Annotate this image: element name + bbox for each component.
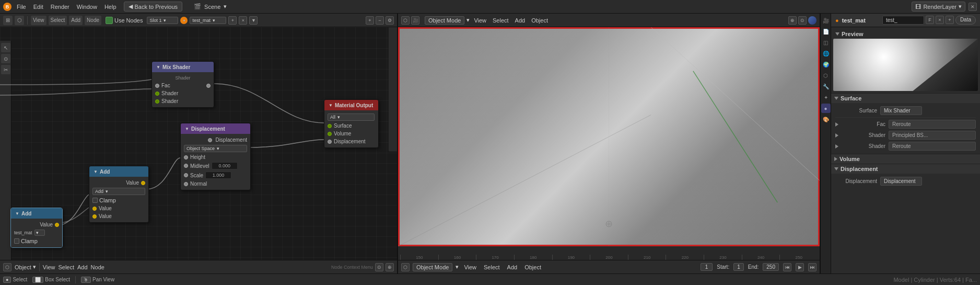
disp-in-socket[interactable] [328,140,332,144]
prop-material-btn[interactable]: ● [821,104,831,113]
cut-tool-btn[interactable]: ✂ [1,65,10,74]
menu-help[interactable]: Help [101,3,120,11]
footer-object-mode[interactable]: Object Mode [413,263,452,271]
node-type-toggle[interactable]: ⊞ [3,16,13,25]
scale-socket[interactable] [184,173,188,177]
add-top-clamp-checkbox[interactable] [92,198,98,203]
use-nodes-toggle[interactable]: Use Nodes [106,17,143,24]
add-menu[interactable]: Add [69,16,83,25]
add-top-val2-socket[interactable] [92,214,97,219]
menu-edit[interactable]: Edit [30,3,46,11]
settings-btn[interactable]: ⚙ [386,16,394,25]
footer-view[interactable]: View [462,264,479,270]
mix-out-socket[interactable] [206,84,211,88]
fac-socket[interactable] [155,84,159,88]
prop-scene-btn[interactable]: 🌐 [821,49,831,58]
shader2-in-socket[interactable] [155,99,159,104]
view-menu[interactable]: View [31,16,46,25]
mat-name-field[interactable] [882,16,924,25]
shader1-expand-icon[interactable] [835,133,838,138]
back-to-previous-button[interactable]: ◀ Back to Previous [124,2,183,12]
fac-reroute-value[interactable]: Reroute [889,120,976,129]
use-nodes-checkbox[interactable] [106,17,113,24]
data-btn[interactable]: Data [955,16,976,25]
preview-header[interactable]: Preview [833,29,978,39]
playback-prev[interactable]: ⏮ [783,263,791,271]
footer-object[interactable]: Object [522,264,543,270]
lasso-tool-btn[interactable]: ⊙ [1,54,10,63]
prop-modifier-btn[interactable]: 🔧 [821,82,831,91]
playback-next[interactable]: ⏭ [808,263,816,271]
prop-world-btn[interactable]: 🌍 [821,60,831,69]
gizmo-btn[interactable]: ⊕ [386,263,394,271]
viewport-overlay-btn[interactable]: ⊙ [798,16,807,25]
shader2-expand-icon[interactable] [835,144,838,149]
add-top-out-socket[interactable] [141,181,145,185]
view-label-bottom[interactable]: View [43,264,55,270]
add-bot-out-socket[interactable] [55,223,59,227]
add-label-bottom[interactable]: Add [77,264,88,270]
menu-window[interactable]: Window [74,3,100,11]
viewport-select-label[interactable]: Select [491,17,511,24]
footer-select[interactable]: Select [482,264,502,270]
node-material-output-header[interactable]: ▼ Material Output [324,100,378,110]
normal-socket[interactable] [184,182,188,186]
disp-out-socket[interactable] [208,138,212,142]
unlink-mat-button[interactable]: × [239,16,247,25]
surface-in-socket[interactable] [328,124,332,128]
shader1-reroute-value[interactable]: Principled BS... [889,131,976,140]
volume-in-socket[interactable] [328,132,332,136]
viewport-shading-btn[interactable] [808,16,816,25]
shader2-reroute-value[interactable]: Reroute [889,142,976,151]
playback-play[interactable]: ▶ [796,263,804,271]
disp-prop-value[interactable]: Displacement [880,177,922,186]
node-mix-shader-header[interactable]: ▼ Mix Shader [152,62,214,72]
remove-btn[interactable]: − [376,16,384,25]
material-name-input[interactable]: test_mat▾ [190,17,226,24]
footer-icon[interactable]: ⬡ [401,263,410,271]
midlevel-value[interactable]: 0.000 [212,162,238,169]
viewport-gizmo-btn[interactable]: ⊕ [788,16,797,25]
viewport-view-label[interactable]: View [472,17,488,24]
scene-selector[interactable]: 🎬 Scene ▾ [190,3,231,10]
node-label-bottom[interactable]: Node [91,264,104,270]
node-displacement-header[interactable]: ▼ Displacement [181,123,250,134]
select-label-bottom[interactable]: Select [58,264,74,270]
prop-particle-btn[interactable]: ✦ [821,93,831,102]
scale-value[interactable]: 1.000 [205,172,231,179]
add-top-op-dropdown[interactable]: Add▾ [92,188,145,195]
mat-fake-user-btn[interactable]: F [926,16,934,24]
node-editor-icon[interactable]: ⬡ [15,16,24,25]
node-add-top-header[interactable]: ▼ Add [89,166,148,177]
prop-texture-btn[interactable]: 🎨 [821,115,831,124]
displacement-section-header[interactable]: Displacement [831,164,980,174]
add-btn-2[interactable]: + [366,16,374,25]
select-tool-btn[interactable]: ↖ [1,43,10,52]
blender-logo[interactable]: B [3,3,11,11]
end-val[interactable]: 250 [763,263,779,271]
prop-view-layer-btn[interactable]: ◫ [821,38,831,47]
slot-dropdown[interactable]: Slot 1▾ [147,17,178,24]
menu-file[interactable]: File [14,3,29,11]
object-mode-label[interactable]: Object Mode [425,16,464,25]
mat-output-dropdown[interactable]: All▾ [328,113,375,121]
mat-icon[interactable]: ● [180,17,188,24]
viewport-icon2[interactable]: 🎥 [411,16,419,25]
new-mat-button[interactable]: + [228,16,237,25]
node-add-bottom-header[interactable]: ▼ Add [11,208,62,219]
start-val[interactable]: 1 [733,263,744,271]
midlevel-socket[interactable] [184,164,188,168]
close-editor-button[interactable]: ✕ [969,3,977,11]
viewport-add-label[interactable]: Add [513,17,528,24]
mat-new-btn[interactable]: + [946,16,954,24]
viewport-icon1[interactable]: ⬡ [401,16,410,25]
node-type-icon-bottom[interactable]: ⬡ [3,263,11,271]
mat-unlink-btn[interactable]: × [936,16,944,24]
menu-render[interactable]: Render [48,3,73,11]
overlay-btn[interactable]: ⊙ [375,263,383,271]
prop-object-btn[interactable]: ⬡ [821,71,831,80]
object-dropdown-bottom[interactable]: Object ▾ [15,264,36,270]
add-bot-mat-dropdown[interactable]: ▾ [34,230,45,236]
add-top-val1-socket[interactable] [92,207,97,211]
shader1-in-socket[interactable] [155,92,159,96]
